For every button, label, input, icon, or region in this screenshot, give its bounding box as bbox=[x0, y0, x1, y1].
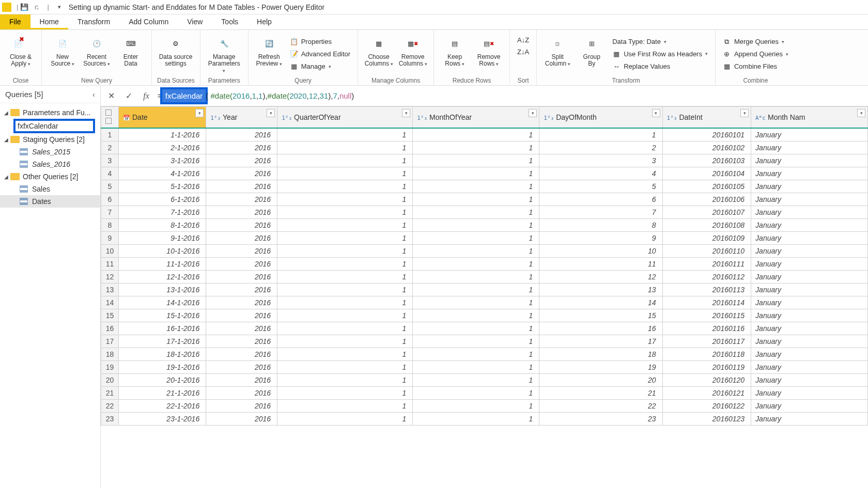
data-cell[interactable]: 1 bbox=[277, 296, 413, 309]
data-cell[interactable]: 20160105 bbox=[662, 180, 751, 193]
data-cell[interactable]: 7 bbox=[539, 206, 662, 219]
sort-desc-button[interactable]: Z↓A bbox=[515, 47, 531, 57]
data-source-settings-button[interactable]: ⚙Data source settings bbox=[157, 32, 194, 76]
tab-home[interactable]: Home bbox=[30, 14, 68, 29]
data-cell[interactable]: 7-1-2016 bbox=[119, 206, 206, 219]
data-cell[interactable]: January bbox=[751, 296, 868, 309]
column-header[interactable]: 1²₃QuarterOfYear▾ bbox=[277, 107, 413, 129]
tab-file[interactable]: File bbox=[0, 14, 30, 29]
qat-customize-icon[interactable]: ▾ bbox=[55, 3, 64, 11]
data-cell[interactable]: 2016 bbox=[206, 400, 277, 413]
data-cell[interactable]: 17 bbox=[539, 335, 662, 348]
data-cell[interactable]: 1 bbox=[413, 193, 539, 206]
table-row[interactable]: 1717-1-20162016111720160117January bbox=[101, 335, 868, 348]
table-row[interactable]: 2020-1-20162016112020160120January bbox=[101, 374, 868, 387]
data-cell[interactable]: 2016 bbox=[206, 284, 277, 296]
data-cell[interactable]: January bbox=[751, 219, 868, 232]
data-cell[interactable]: 20160114 bbox=[662, 296, 751, 309]
data-cell[interactable]: 1 bbox=[277, 309, 413, 322]
data-cell[interactable]: 20160123 bbox=[662, 413, 751, 426]
column-filter-icon[interactable]: ▾ bbox=[267, 109, 275, 117]
data-cell[interactable]: 20160122 bbox=[662, 400, 751, 413]
data-cell[interactable]: 1 bbox=[277, 374, 413, 387]
data-cell[interactable]: 20160119 bbox=[662, 361, 751, 374]
data-cell[interactable]: 22-1-2016 bbox=[119, 400, 206, 413]
tree-item-sales[interactable]: Sales bbox=[0, 183, 100, 195]
data-cell[interactable]: 20160115 bbox=[662, 309, 751, 322]
data-cell[interactable]: 1 bbox=[413, 141, 539, 154]
grid-corner-cell[interactable] bbox=[101, 107, 119, 129]
data-cell[interactable]: 2016 bbox=[206, 271, 277, 284]
data-cell[interactable]: January bbox=[751, 361, 868, 374]
data-cell[interactable]: January bbox=[751, 309, 868, 322]
data-cell[interactable]: 1 bbox=[277, 271, 413, 284]
data-cell[interactable]: 2016 bbox=[206, 206, 277, 219]
tree-item-sales-2015[interactable]: Sales_2015 bbox=[0, 146, 100, 158]
data-cell[interactable]: 11-1-2016 bbox=[119, 258, 206, 271]
data-type-button[interactable]: Data Type: Date ▾ bbox=[610, 37, 710, 46]
data-cell[interactable]: 1 bbox=[413, 348, 539, 361]
data-cell[interactable]: 23 bbox=[539, 413, 662, 426]
data-cell[interactable]: 2016 bbox=[206, 374, 277, 387]
row-number-cell[interactable]: 7 bbox=[101, 206, 119, 219]
row-number-cell[interactable]: 1 bbox=[101, 128, 119, 141]
data-cell[interactable]: January bbox=[751, 154, 868, 167]
data-cell[interactable]: 2016 bbox=[206, 245, 277, 258]
data-cell[interactable]: 2016 bbox=[206, 309, 277, 322]
data-cell[interactable]: 1 bbox=[277, 348, 413, 361]
column-filter-icon[interactable]: ▾ bbox=[857, 109, 865, 117]
row-number-cell[interactable]: 22 bbox=[101, 400, 119, 413]
data-cell[interactable]: January bbox=[751, 167, 868, 180]
collapse-pane-icon[interactable]: ‹ bbox=[92, 90, 95, 99]
data-cell[interactable]: 1 bbox=[413, 296, 539, 309]
table-row[interactable]: 1010-1-20162016111020160110January bbox=[101, 245, 868, 258]
data-cell[interactable]: 1 bbox=[277, 400, 413, 413]
remove-rows-button[interactable]: ▤✖Remove Rows bbox=[473, 32, 504, 76]
data-cell[interactable]: January bbox=[751, 322, 868, 335]
data-cell[interactable]: 20160104 bbox=[662, 167, 751, 180]
row-number-cell[interactable]: 21 bbox=[101, 387, 119, 400]
row-number-cell[interactable]: 13 bbox=[101, 284, 119, 296]
data-cell[interactable]: 20160113 bbox=[662, 284, 751, 296]
data-cell[interactable]: 2016 bbox=[206, 193, 277, 206]
data-cell[interactable]: 8-1-2016 bbox=[119, 219, 206, 232]
sort-asc-button[interactable]: A↓Z bbox=[515, 35, 531, 45]
row-number-cell[interactable]: 18 bbox=[101, 348, 119, 361]
column-filter-icon[interactable]: ▾ bbox=[652, 109, 660, 117]
data-cell[interactable]: 1 bbox=[413, 232, 539, 245]
formula-input[interactable]: = fxCalendar ( #date( 2016, 1, 1), #date… bbox=[158, 89, 864, 102]
data-cell[interactable]: 17-1-2016 bbox=[119, 335, 206, 348]
data-cell[interactable]: 1 bbox=[277, 361, 413, 374]
data-cell[interactable]: 9-1-2016 bbox=[119, 232, 206, 245]
row-number-cell[interactable]: 15 bbox=[101, 309, 119, 322]
table-row[interactable]: 2222-1-20162016112220160122January bbox=[101, 400, 868, 413]
data-cell[interactable]: January bbox=[751, 141, 868, 154]
data-cell[interactable]: 1 bbox=[277, 335, 413, 348]
data-cell[interactable]: 1 bbox=[277, 245, 413, 258]
data-cell[interactable]: 20160103 bbox=[662, 154, 751, 167]
data-cell[interactable]: 20160107 bbox=[662, 206, 751, 219]
column-filter-icon[interactable]: ▾ bbox=[529, 109, 537, 117]
data-cell[interactable]: 1 bbox=[277, 284, 413, 296]
new-source-button[interactable]: 📄New Source bbox=[47, 32, 78, 76]
data-cell[interactable]: 14 bbox=[539, 296, 662, 309]
data-cell[interactable]: 20 bbox=[539, 374, 662, 387]
data-cell[interactable]: 9 bbox=[539, 232, 662, 245]
row-number-cell[interactable]: 23 bbox=[101, 413, 119, 426]
data-cell[interactable]: 1 bbox=[277, 128, 413, 141]
data-cell[interactable]: 20160102 bbox=[662, 141, 751, 154]
column-header[interactable]: 1²₃MonthOfYear▾ bbox=[413, 107, 539, 129]
column-filter-icon[interactable]: ▾ bbox=[195, 109, 204, 117]
data-cell[interactable]: 2016 bbox=[206, 387, 277, 400]
data-cell[interactable]: 6-1-2016 bbox=[119, 193, 206, 206]
table-row[interactable]: 22-1-2016201611220160102January bbox=[101, 141, 868, 154]
data-cell[interactable]: 20160101 bbox=[662, 128, 751, 141]
choose-columns-button[interactable]: ▦Choose Columns bbox=[363, 32, 394, 76]
data-cell[interactable]: 20-1-2016 bbox=[119, 374, 206, 387]
data-cell[interactable]: 20160118 bbox=[662, 348, 751, 361]
properties-button[interactable]: 📋Properties bbox=[288, 37, 352, 47]
data-cell[interactable]: 15-1-2016 bbox=[119, 309, 206, 322]
keep-rows-button[interactable]: ▤Keep Rows bbox=[439, 32, 470, 76]
data-cell[interactable]: 2016 bbox=[206, 361, 277, 374]
data-cell[interactable]: 1 bbox=[413, 154, 539, 167]
